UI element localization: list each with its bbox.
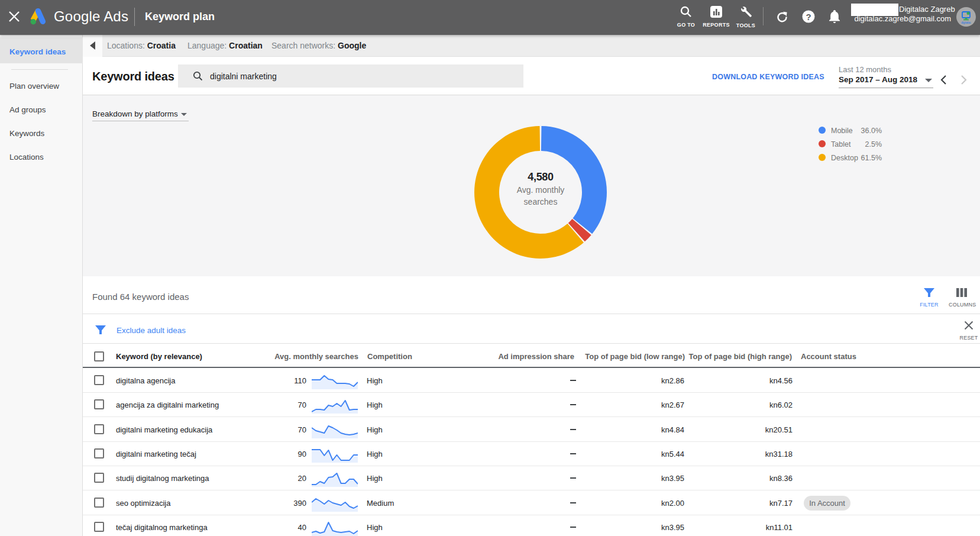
svg-text:digitalac: digitalac bbox=[961, 21, 971, 24]
svg-text:?: ? bbox=[806, 12, 811, 22]
